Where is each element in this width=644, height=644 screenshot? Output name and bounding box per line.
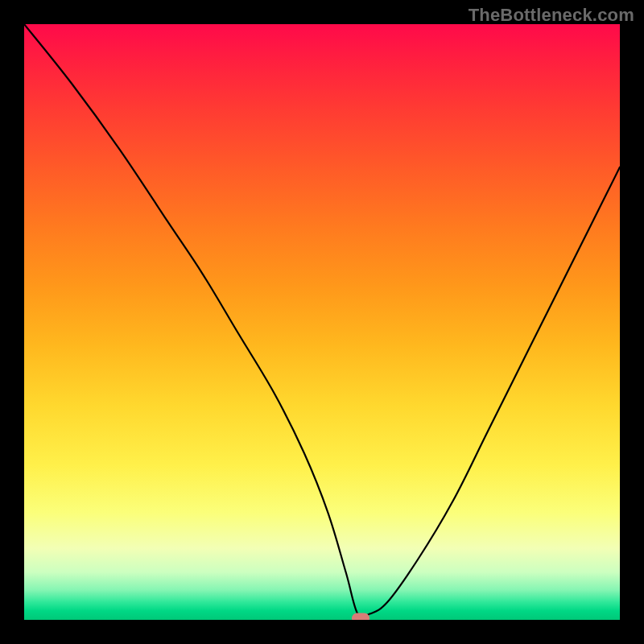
chart-frame: TheBottleneck.com xyxy=(0,0,644,644)
plot-area xyxy=(24,24,620,620)
bottleneck-curve xyxy=(24,24,620,620)
optimal-point-marker xyxy=(352,613,369,620)
watermark-text: TheBottleneck.com xyxy=(469,5,634,26)
curve-path xyxy=(24,24,620,617)
